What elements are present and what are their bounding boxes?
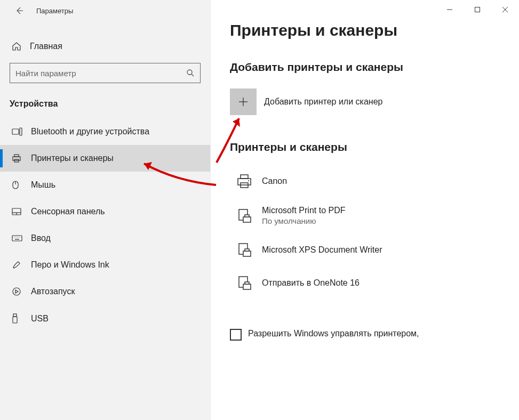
checkbox[interactable] [230, 329, 242, 341]
touchpad-icon [12, 208, 23, 215]
svg-rect-30 [243, 251, 251, 256]
sidebar-item-pen[interactable]: Перо и Windows Ink [0, 252, 210, 278]
maximize-icon [474, 6, 481, 13]
sidebar-item-usb[interactable]: USB [0, 305, 210, 333]
window-title: Параметры [36, 7, 73, 15]
device-item[interactable]: Microsoft Print to PDF По умолчанию [230, 201, 500, 237]
svg-rect-3 [14, 155, 19, 157]
svg-point-15 [19, 237, 19, 237]
svg-point-14 [17, 237, 18, 237]
sidebar-item-label: Ввод [31, 233, 51, 243]
svg-rect-1 [12, 129, 19, 134]
sidebar-item-label: Сенсорная панель [31, 207, 105, 216]
svg-point-25 [248, 180, 249, 181]
page-heading: Принтеры и сканеры [230, 21, 500, 39]
sidebar-item-autoplay[interactable]: Автозапуск [0, 278, 210, 305]
svg-point-0 [187, 70, 192, 75]
sidebar-item-label: USB [31, 314, 49, 324]
titlebar: Параметры [0, 0, 210, 21]
sidebar-item-label: Мышь [31, 180, 55, 190]
svg-rect-11 [12, 236, 22, 241]
nav-home[interactable]: Главная [0, 36, 210, 56]
usb-icon [12, 313, 23, 324]
device-subtitle: По умолчанию [262, 216, 345, 225]
svg-rect-36 [475, 7, 480, 12]
autoplay-icon [12, 287, 23, 296]
device-name: Canon [262, 176, 287, 186]
sidebar: Параметры Главная Устройства Bluetoo [0, 0, 211, 420]
search-box[interactable] [10, 63, 201, 83]
device-item[interactable]: Canon [230, 168, 500, 201]
keyboard-icon [12, 235, 23, 241]
svg-rect-31 [245, 249, 249, 251]
search-input[interactable] [15, 69, 186, 78]
pen-icon [12, 260, 23, 270]
svg-point-17 [13, 288, 20, 295]
sidebar-item-mouse[interactable]: Мышь [0, 172, 210, 198]
arrow-left-icon [14, 6, 24, 15]
mouse-icon [12, 180, 23, 190]
svg-point-12 [14, 237, 14, 237]
checkbox-label: Разрешить Windows управлять принтером, [248, 328, 419, 340]
virtual-printer-icon [233, 241, 255, 259]
plus-icon [237, 96, 249, 108]
svg-rect-2 [20, 128, 22, 135]
svg-rect-18 [13, 314, 17, 317]
sidebar-item-typing[interactable]: Ввод [0, 225, 210, 252]
device-name: Microsoft Print to PDF [262, 206, 345, 215]
sidebar-item-touchpad[interactable]: Сенсорная панель [0, 198, 210, 225]
add-printer-label: Добавить принтер или сканер [264, 97, 382, 107]
content-area: Принтеры и сканеры Добавить принтеры и с… [211, 0, 519, 420]
svg-rect-22 [241, 175, 248, 179]
sidebar-item-label: Принтеры и сканеры [31, 154, 114, 163]
minimize-icon [446, 6, 453, 13]
window-controls [436, 0, 519, 19]
virtual-printer-icon [233, 207, 255, 224]
svg-rect-33 [243, 284, 251, 289]
home-icon [12, 42, 23, 51]
device-item[interactable]: Отправить в OneNote 16 [230, 270, 500, 303]
printer-icon [12, 154, 23, 163]
minimize-button[interactable] [436, 0, 464, 19]
nav-home-label: Главная [30, 42, 62, 51]
sidebar-item-label: Bluetooth и другие устройства [31, 127, 149, 136]
sidebar-item-bluetooth[interactable]: Bluetooth и другие устройства [0, 118, 210, 145]
svg-rect-34 [245, 282, 249, 284]
svg-rect-28 [245, 215, 249, 217]
back-button[interactable] [10, 1, 29, 20]
search-icon [186, 69, 195, 77]
devices-icon [12, 127, 23, 136]
sidebar-item-label: Перо и Windows Ink [31, 260, 109, 270]
svg-rect-4 [13, 157, 20, 160]
list-section-heading: Принтеры и сканеры [230, 141, 500, 154]
svg-rect-23 [238, 179, 251, 185]
add-button[interactable] [230, 88, 257, 115]
close-button[interactable] [491, 0, 519, 19]
add-section-heading: Добавить принтеры и сканеры [230, 61, 500, 74]
close-icon [502, 6, 508, 13]
device-name: Отправить в OneNote 16 [262, 278, 360, 288]
sidebar-section-label: Устройства [0, 90, 210, 118]
device-name: Microsoft XPS Document Writer [262, 245, 382, 255]
add-printer-row[interactable]: Добавить принтер или сканер [230, 88, 500, 115]
maximize-button[interactable] [464, 0, 491, 19]
checkbox-row[interactable]: Разрешить Windows управлять принтером, [230, 328, 500, 341]
svg-point-13 [15, 237, 16, 237]
sidebar-item-label: Автозапуск [31, 287, 75, 296]
virtual-printer-icon [233, 274, 255, 292]
printer-icon [233, 173, 255, 190]
svg-rect-19 [13, 317, 17, 323]
svg-rect-27 [243, 217, 251, 222]
device-item[interactable]: Microsoft XPS Document Writer [230, 237, 500, 270]
sidebar-item-printers[interactable]: Принтеры и сканеры [0, 145, 210, 172]
